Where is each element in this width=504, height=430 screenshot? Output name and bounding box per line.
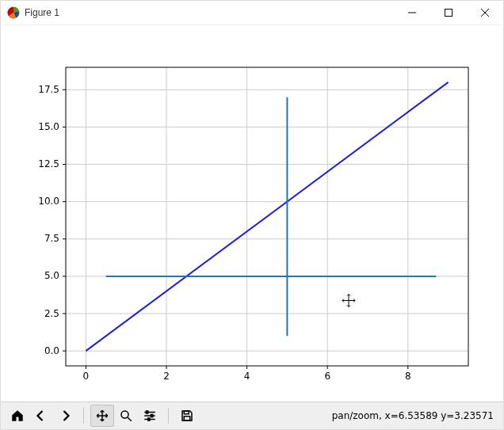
maximize-button[interactable] bbox=[430, 1, 467, 25]
ytick-label: 5.0 bbox=[44, 270, 59, 281]
ytick-label: 7.5 bbox=[44, 233, 59, 244]
toolbar-separator bbox=[83, 408, 84, 424]
svg-text:0.0: 0.0 bbox=[44, 345, 59, 356]
titlebar: Figure 1 bbox=[1, 1, 503, 25]
svg-text:10.0: 10.0 bbox=[38, 196, 59, 207]
ytick-label: 17.5 bbox=[38, 84, 59, 95]
xtick-label: 0 bbox=[83, 371, 90, 382]
ytick-label: 2.5 bbox=[44, 308, 59, 319]
figure-canvas[interactable]: 024680.02.55.07.510.012.515.017.5 bbox=[1, 25, 503, 401]
ytick-label: 15.0 bbox=[38, 121, 59, 132]
ytick-label: 12.5 bbox=[38, 158, 59, 169]
matplotlib-icon bbox=[7, 6, 20, 19]
minimize-button[interactable] bbox=[394, 1, 430, 25]
svg-text:12.5: 12.5 bbox=[38, 158, 59, 169]
xtick-label: 2 bbox=[163, 371, 170, 382]
window-title: Figure 1 bbox=[25, 7, 59, 18]
svg-text:17.5: 17.5 bbox=[38, 84, 59, 95]
back-button[interactable] bbox=[29, 405, 53, 427]
toolbar-separator bbox=[168, 408, 169, 424]
svg-text:2: 2 bbox=[163, 371, 170, 382]
svg-rect-1 bbox=[445, 10, 452, 17]
home-button[interactable] bbox=[6, 405, 29, 427]
zoom-button[interactable] bbox=[114, 405, 138, 427]
configure-subplots-button[interactable] bbox=[138, 405, 162, 427]
forward-button[interactable] bbox=[53, 405, 77, 427]
svg-text:8: 8 bbox=[405, 371, 411, 382]
ytick-label: 0.0 bbox=[44, 345, 59, 356]
xtick-label: 6 bbox=[324, 371, 330, 382]
xtick-label: 8 bbox=[405, 371, 411, 382]
svg-text:15.0: 15.0 bbox=[38, 121, 59, 132]
svg-rect-18 bbox=[148, 418, 150, 420]
svg-text:4: 4 bbox=[244, 371, 250, 382]
svg-rect-20 bbox=[184, 417, 190, 420]
ytick-label: 10.0 bbox=[38, 196, 59, 207]
svg-rect-19 bbox=[184, 411, 189, 414]
svg-text:7.5: 7.5 bbox=[44, 233, 59, 244]
xtick-label: 4 bbox=[244, 371, 250, 382]
svg-text:5.0: 5.0 bbox=[44, 270, 59, 281]
svg-rect-16 bbox=[147, 411, 148, 413]
nav-toolbar: pan/zoom, x=6.53589 y=3.23571 bbox=[1, 401, 503, 429]
svg-point-15 bbox=[121, 411, 128, 418]
svg-rect-17 bbox=[151, 415, 153, 417]
close-button[interactable] bbox=[467, 1, 503, 25]
svg-text:6: 6 bbox=[324, 371, 330, 382]
svg-text:2.5: 2.5 bbox=[44, 308, 59, 319]
app-window: Figure 1 024680.02.55.07.510.012.515.017… bbox=[0, 0, 504, 430]
plot-svg: 024680.02.55.07.510.012.515.017.5 bbox=[1, 25, 503, 403]
svg-text:0: 0 bbox=[83, 371, 90, 382]
series-line-main bbox=[86, 82, 448, 351]
status-coords: pan/zoom, x=6.53589 y=3.23571 bbox=[332, 410, 498, 421]
save-button[interactable] bbox=[175, 405, 199, 427]
pan-button[interactable] bbox=[90, 405, 114, 427]
